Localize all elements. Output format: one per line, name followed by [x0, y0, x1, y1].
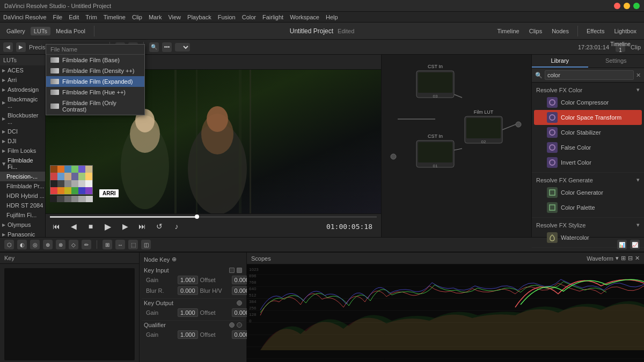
timeline-selector-button[interactable]: Timeline 1 — [616, 42, 625, 52]
color-tool-3[interactable]: ◎ — [30, 240, 40, 249]
lut-dd-item-expanded[interactable]: Filmblade Film (Expanded) — [46, 76, 144, 87]
fx-item-color-space-transform[interactable]: Color Space Transform — [534, 110, 642, 125]
close-window-button[interactable] — [614, 3, 620, 9]
color-tool-8[interactable]: ⊞ — [103, 240, 112, 249]
section-generate-collapse-icon[interactable]: ▾ — [636, 176, 640, 183]
stop-button[interactable]: ■ — [84, 220, 97, 233]
fx-item-color-compressor[interactable]: Color Compressor — [532, 95, 644, 110]
clips-button[interactable]: Clips — [526, 27, 545, 35]
color-tool-10[interactable]: ⬚ — [128, 240, 138, 249]
lut-folder-blackmagic[interactable]: ▶ Blackmagic ... — [0, 94, 45, 110]
color-tool-4[interactable]: ⊕ — [43, 240, 53, 249]
scope-tool-1[interactable]: ⊞ — [621, 255, 626, 262]
menu-item-color[interactable]: Color — [242, 14, 256, 20]
lut-folder-dci[interactable]: ▶ DCI — [0, 127, 45, 136]
fx-item-color-generator[interactable]: Color Generator — [532, 185, 644, 200]
zoom-selector[interactable]: 66% — [175, 43, 190, 51]
lut-dd-item-only-contrast[interactable]: Filmblade Film (Only Contrast) — [46, 98, 144, 115]
scope-chart-button[interactable]: 📈 — [630, 240, 640, 249]
color-tool-6[interactable]: ◇ — [69, 240, 78, 249]
qualifier-gain-value[interactable]: 1.000 — [178, 330, 198, 339]
section-collapse-icon[interactable]: ▾ — [636, 86, 640, 93]
search-clear-icon[interactable]: ✕ — [636, 72, 641, 79]
media-pool-button[interactable]: Media Pool — [53, 27, 89, 35]
search-button[interactable]: 🔍 — [149, 42, 159, 52]
loop-button[interactable]: ↺ — [153, 220, 166, 233]
color-tool-1[interactable]: ⬡ — [4, 240, 14, 249]
menu-item-view[interactable]: View — [168, 14, 181, 20]
section-stylize-collapse-icon[interactable]: ▾ — [636, 221, 640, 228]
lut-dd-item-hue[interactable]: Filmblade Film (Hue ++) — [46, 87, 144, 98]
menu-item-fairlight[interactable]: Fairlight — [262, 14, 283, 20]
gallery-button[interactable]: Gallery — [3, 27, 28, 35]
lut-folder-filmblade[interactable]: ▶ Filmblade Fi... — [0, 156, 45, 172]
color-tool-7[interactable]: ✏ — [82, 240, 91, 249]
play-button[interactable]: ▶ — [101, 220, 114, 233]
lut-folder-dji[interactable]: ▶ DJI — [0, 136, 45, 146]
qualifier-dot-2[interactable] — [237, 322, 242, 328]
scope-tool-2[interactable]: ⊟ — [628, 255, 633, 262]
color-tool-5[interactable]: ⊗ — [56, 240, 65, 249]
node-input-dot[interactable] — [391, 154, 396, 159]
volume-button[interactable]: ♪ — [170, 220, 183, 233]
lut-folder-arri[interactable]: ▶ Arri — [0, 75, 45, 85]
next-frame-button[interactable]: ▶ — [119, 220, 131, 233]
fx-item-false-color[interactable]: False Color — [532, 140, 644, 155]
color-tool-11[interactable]: ◫ — [141, 240, 151, 249]
skip-to-start-button[interactable]: ⏮ — [50, 220, 63, 233]
progress-bar[interactable] — [50, 216, 377, 218]
fx-item-invert-color[interactable]: Invert Color — [532, 155, 644, 170]
skip-to-end-button[interactable]: ⏭ — [136, 220, 149, 233]
lut-item-precision[interactable]: Precision-... — [0, 172, 45, 181]
menu-item-davinci-resolve[interactable]: DaVinci Resolve — [3, 14, 47, 20]
blur-r-value[interactable]: 0.000 — [178, 286, 198, 295]
menu-item-edit[interactable]: Edit — [69, 14, 79, 20]
menu-item-file[interactable]: File — [53, 14, 63, 20]
progress-handle[interactable] — [195, 215, 199, 219]
maximize-window-button[interactable] — [633, 3, 640, 9]
fx-item-color-palette[interactable]: Color Palette — [532, 200, 644, 215]
lut-folder-panasonic[interactable]: ▶ Panasonic — [0, 230, 45, 237]
node-key-add-icon[interactable]: ⊕ — [172, 256, 177, 263]
prev-frame-button[interactable]: ◀ — [67, 220, 80, 233]
key-output-dot[interactable] — [237, 300, 242, 306]
menu-item-timeline[interactable]: Timeline — [104, 14, 126, 20]
lut-folder-aces[interactable]: ▶ ACES — [0, 65, 45, 75]
lut-item-fujifilm[interactable]: Fujifilm Fi... — [0, 210, 45, 220]
timeline-button[interactable]: Timeline — [494, 27, 523, 35]
nodes-button[interactable]: Nodes — [548, 27, 572, 35]
menu-item-trim[interactable]: Trim — [85, 14, 97, 20]
lut-folder-astrodesign[interactable]: ▶ Astrodesign — [0, 85, 45, 94]
tab-settings[interactable]: Settings — [588, 55, 645, 68]
effects-button[interactable]: Effects — [583, 27, 608, 35]
lut-folder-film-looks[interactable]: ▶ Film Looks — [0, 146, 45, 156]
lightbox-button[interactable]: Lightbox — [611, 27, 640, 35]
key-input-indicator-2[interactable] — [237, 268, 242, 273]
more-options-button[interactable]: ••• — [162, 42, 172, 52]
key-output-gain-value[interactable]: 1.000 — [178, 308, 198, 317]
color-tool-9[interactable]: ↔ — [115, 240, 125, 249]
forward-button[interactable]: ▶ — [16, 42, 26, 52]
lut-dd-item-density[interactable]: Filmblade Film (Density ++) — [46, 65, 144, 76]
menu-item-fusion[interactable]: Fusion — [218, 14, 236, 20]
back-button[interactable]: ◀ — [3, 42, 13, 52]
node-output-dot[interactable] — [516, 122, 521, 127]
tab-library[interactable]: Library — [532, 55, 588, 68]
lut-dd-item-base[interactable]: Filmblade Film (Base) — [46, 55, 144, 65]
lut-item-hdr-hybrid[interactable]: HDR Hybrid ... — [0, 191, 45, 201]
fx-item-color-stabilizer[interactable]: Color Stabilizer — [532, 125, 644, 140]
scope-tool-3[interactable]: ✕ — [635, 255, 640, 262]
qualifier-dot[interactable] — [229, 322, 235, 328]
menu-item-clip[interactable]: Clip — [132, 14, 142, 20]
search-input[interactable] — [545, 70, 634, 80]
gain-value[interactable]: 1.000 — [178, 276, 198, 284]
lut-folder-blockbuster[interactable]: ▶ Blockbuster ... — [0, 110, 45, 127]
luts-button[interactable]: LUTs — [31, 27, 50, 35]
menu-item-help[interactable]: Help — [326, 14, 338, 20]
lut-item-filmblade-pr[interactable]: Filmblade Pr... — [0, 181, 45, 191]
lut-item-hdr-st[interactable]: HDR ST 2084 — [0, 201, 45, 210]
menu-item-workspace[interactable]: Workspace — [290, 14, 319, 20]
lut-folder-olympus[interactable]: ▶ Olympus — [0, 220, 45, 230]
menu-item-playback[interactable]: Playback — [187, 14, 211, 20]
fx-item-watercolor[interactable]: Watercolor — [532, 230, 644, 245]
